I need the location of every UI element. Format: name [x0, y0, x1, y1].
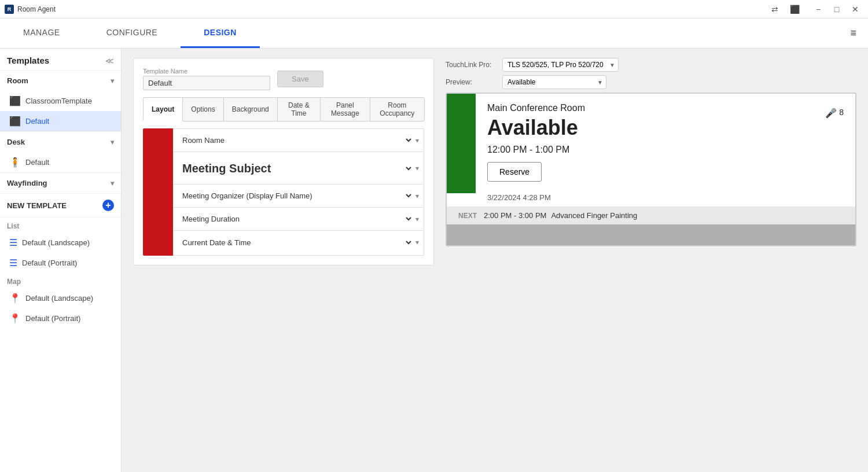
- tab-panel-message[interactable]: Panel Message: [320, 97, 370, 121]
- layout-editor: Room Name ▾ Meeting Subject ▾: [143, 128, 424, 256]
- tab-design[interactable]: DESIGN: [181, 19, 260, 48]
- meeting-organizer-chevron-icon: ▾: [415, 192, 419, 200]
- map-landscape-icon: 📍: [9, 293, 21, 304]
- hamburger-menu-icon[interactable]: ≡: [838, 27, 868, 39]
- room-chevron-icon: ▾: [111, 77, 114, 85]
- meeting-subject-chevron-icon: ▾: [415, 164, 419, 172]
- template-area: Template Name Save Layout Options Backgr…: [133, 58, 434, 266]
- room-section-header[interactable]: Room ▾: [0, 71, 121, 91]
- field-room-name: Room Name ▾: [173, 129, 424, 152]
- touchlink-select-wrapper: TLS 520/525, TLP Pro 520/720: [502, 58, 619, 72]
- tab-configure[interactable]: CONFIGURE: [83, 19, 181, 48]
- new-template-row: NEW TEMPLATE +: [0, 194, 121, 217]
- close-button[interactable]: ✕: [847, 3, 863, 15]
- meeting-organizer-select[interactable]: Meeting Organizer (Display Full Name): [178, 191, 413, 201]
- preview-mic-count: 8: [839, 108, 844, 117]
- preview-label: Preview:: [446, 78, 498, 86]
- template-top-row: Template Name Save: [143, 68, 424, 90]
- preview-room-name: Main Conference Room: [487, 103, 585, 113]
- template-name-label: Template Name: [143, 68, 270, 75]
- sidebar-item-map-landscape[interactable]: 📍 Default (Landscape): [0, 288, 121, 308]
- right-panel: TouchLink Pro: TLS 520/525, TLP Pro 520/…: [446, 58, 856, 275]
- touchlink-select[interactable]: TLS 520/525, TLP Pro 520/720: [502, 58, 619, 72]
- title-bar-extras: ⇄ ⬛: [768, 3, 803, 15]
- meeting-subject-select[interactable]: Meeting Subject: [178, 161, 413, 175]
- sidebar-item-default-room[interactable]: ⬛ Default: [0, 111, 121, 131]
- room-name-select[interactable]: Room Name: [178, 135, 413, 145]
- monitor-icon[interactable]: ⬛: [786, 3, 803, 15]
- nav-tabs: MANAGE CONFIGURE DESIGN: [0, 19, 260, 48]
- title-bar-controls: − □ ✕: [810, 3, 863, 15]
- sidebar-item-list-landscape[interactable]: ☰ Default (Landscape): [0, 233, 121, 253]
- preview-date: 3/22/2024 4:28 PM: [447, 193, 855, 207]
- swap-icon[interactable]: ⇄: [768, 3, 782, 15]
- sidebar-collapse-icon[interactable]: ≪: [105, 56, 114, 65]
- preview-top: Main Conference Room Available 🎤 8 12:00…: [447, 94, 855, 193]
- sidebar: Templates ≪ Room ▾ ⬛ ClassroomTemplate ⬛…: [0, 49, 122, 472]
- wayfinding-chevron-icon: ▾: [111, 179, 114, 187]
- tab-manage[interactable]: MANAGE: [0, 19, 83, 48]
- main-area: Template Name Save Layout Options Backgr…: [133, 58, 856, 275]
- maximize-button[interactable]: □: [829, 3, 845, 15]
- preview-time-range: 12:00 PM - 1:00 PM: [487, 145, 844, 155]
- preview-green-bar: [447, 94, 476, 193]
- template-name-input[interactable]: [143, 76, 270, 90]
- preview-reserve-button[interactable]: Reserve: [487, 162, 542, 182]
- app-icon: R: [5, 5, 14, 14]
- preview-inner: Main Conference Room Available 🎤 8 12:00…: [447, 94, 855, 245]
- sidebar-header: Templates ≪: [0, 49, 121, 71]
- title-bar: R Room Agent ⇄ ⬛ − □ ✕: [0, 0, 868, 19]
- title-bar-left: R Room Agent: [5, 5, 56, 14]
- sidebar-item-classroom-template[interactable]: ⬛ ClassroomTemplate: [0, 91, 121, 111]
- app-body: Templates ≪ Room ▾ ⬛ ClassroomTemplate ⬛…: [0, 49, 868, 472]
- preview-select[interactable]: Available Occupied: [502, 75, 606, 89]
- tab-background[interactable]: Background: [223, 97, 278, 121]
- tab-layout[interactable]: Layout: [143, 97, 183, 121]
- preview-mic-icon: 🎤: [825, 108, 837, 119]
- minimize-button[interactable]: −: [810, 3, 826, 15]
- current-datetime-select[interactable]: Current Date & Time: [178, 238, 413, 248]
- preview-main: Main Conference Room Available 🎤 8 12:00…: [476, 94, 855, 193]
- field-meeting-subject: Meeting Subject ▾: [173, 152, 424, 185]
- preview-next-label: NEXT: [458, 212, 479, 220]
- map-portrait-icon: 📍: [9, 313, 21, 324]
- sidebar-item-default-desk[interactable]: 🧍 Default: [0, 152, 121, 172]
- room-name-chevron-icon: ▾: [415, 137, 419, 145]
- wayfinding-section-header[interactable]: Wayfinding ▾: [0, 173, 121, 193]
- preview-next-row: NEXT 2:00 PM - 3:00 PM Advanced Finger P…: [447, 207, 855, 224]
- save-button[interactable]: Save: [277, 71, 323, 87]
- field-meeting-duration: Meeting Duration ▾: [173, 208, 424, 231]
- default-room-icon: ⬛: [9, 116, 21, 127]
- list-group-label: List: [0, 217, 121, 233]
- main-content: Template Name Save Layout Options Backgr…: [122, 49, 868, 472]
- current-datetime-chevron-icon: ▾: [415, 238, 419, 246]
- desk-section-header[interactable]: Desk ▾: [0, 132, 121, 152]
- app-title: Room Agent: [17, 5, 56, 13]
- new-template-button[interactable]: +: [102, 200, 114, 211]
- tab-datetime[interactable]: Date & Time: [277, 97, 321, 121]
- touchlink-row: TouchLink Pro: TLS 520/525, TLP Pro 520/…: [446, 58, 856, 72]
- layout-color-bar: [143, 128, 173, 256]
- tab-options[interactable]: Options: [182, 97, 223, 121]
- classroom-template-icon: ⬛: [9, 95, 21, 106]
- sidebar-item-map-portrait[interactable]: 📍 Default (Portrait): [0, 308, 121, 329]
- sidebar-item-list-portrait[interactable]: ☰ Default (Portrait): [0, 253, 121, 273]
- field-current-datetime: Current Date & Time ▾: [173, 231, 424, 254]
- preview-status: Available: [487, 116, 585, 140]
- field-meeting-organizer: Meeting Organizer (Display Full Name) ▾: [173, 185, 424, 208]
- touchlink-label: TouchLink Pro:: [446, 61, 498, 69]
- tab-room-occupancy[interactable]: Room Occupancy: [370, 97, 425, 121]
- template-name-group: Template Name: [143, 68, 270, 90]
- preview-row: Preview: Available Occupied: [446, 75, 856, 89]
- sidebar-section-room: Room ▾ ⬛ ClassroomTemplate ⬛ Default: [0, 71, 121, 132]
- sidebar-section-desk: Desk ▾ 🧍 Default: [0, 132, 121, 173]
- preview-next-subject: Advanced Finger Painting: [551, 211, 637, 220]
- meeting-duration-select[interactable]: Meeting Duration: [178, 214, 413, 224]
- sidebar-section-wayfinding: Wayfinding ▾: [0, 173, 121, 194]
- list-portrait-icon: ☰: [9, 257, 17, 268]
- desk-default-icon: 🧍: [9, 157, 21, 168]
- map-group-label: Map: [0, 273, 121, 288]
- sidebar-title: Templates: [7, 56, 49, 65]
- desk-chevron-icon: ▾: [111, 138, 114, 146]
- preview-select-wrapper: Available Occupied: [502, 75, 606, 89]
